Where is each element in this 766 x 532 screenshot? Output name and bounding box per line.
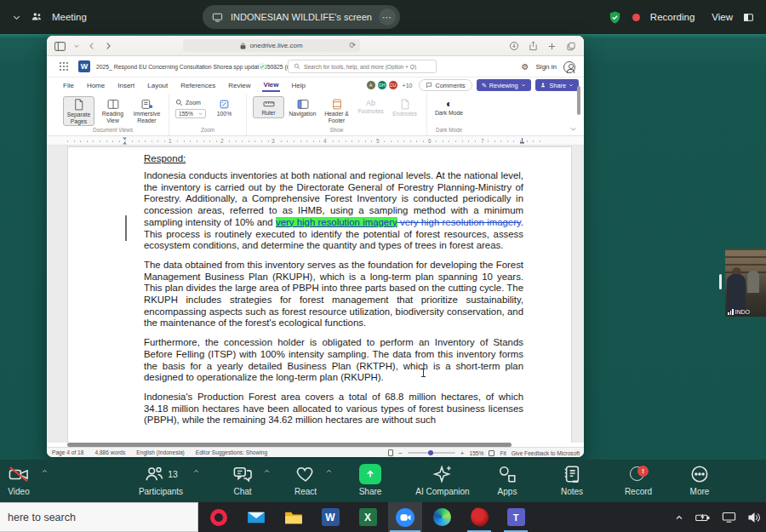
- taskbar-explorer[interactable]: [277, 502, 311, 532]
- tray-chevron-up-icon[interactable]: [674, 512, 684, 523]
- security-shield-icon[interactable]: [608, 10, 622, 25]
- reviewing-button[interactable]: ✎ Reviewing: [477, 79, 531, 91]
- downloads-icon[interactable]: [509, 41, 519, 51]
- collaborator-avatar[interactable]: CU: [388, 80, 398, 90]
- immersive-reader-button[interactable]: Immersive Reader: [131, 96, 163, 125]
- taskbar-zoom[interactable]: [388, 502, 422, 532]
- tab-view[interactable]: View: [262, 79, 279, 92]
- horizontal-ruler[interactable]: 1 2 3 4 5 6 7: [47, 136, 584, 146]
- word-logo-icon[interactable]: W: [78, 60, 90, 72]
- reading-view-button[interactable]: Reading View: [97, 96, 129, 125]
- shared-screen-pill[interactable]: INDONESIAN WILDLIFE's screen ⋯: [203, 5, 400, 29]
- title-chevron-icon[interactable]: [271, 64, 277, 70]
- ruler-button[interactable]: Ruler: [253, 96, 284, 118]
- battery-icon[interactable]: [695, 512, 711, 523]
- tab-insert[interactable]: Insert: [117, 80, 135, 91]
- taskbar-teams[interactable]: T: [499, 502, 533, 532]
- taskbar-edge[interactable]: [425, 502, 459, 532]
- language-indicator[interactable]: English (Indonesia): [136, 449, 184, 455]
- taskbar-search-box[interactable]: [0, 502, 198, 532]
- zoom-percent[interactable]: 155%: [470, 450, 484, 456]
- forward-icon[interactable]: [104, 41, 112, 51]
- view-label[interactable]: View: [712, 12, 733, 22]
- zoom-out-icon[interactable]: −: [398, 449, 403, 457]
- tab-file[interactable]: File: [62, 80, 75, 91]
- share-page-icon[interactable]: [529, 41, 538, 51]
- zoom-value-dropdown[interactable]: 155%: [175, 109, 206, 118]
- video-panel-handle[interactable]: [719, 274, 722, 289]
- sidebar-chevron-icon[interactable]: [73, 43, 80, 49]
- taskbar-excel[interactable]: X: [351, 502, 385, 532]
- taskbar-search-input[interactable]: [0, 503, 197, 531]
- page-indicator[interactable]: Page 4 of 18: [52, 449, 83, 455]
- right-indent-marker[interactable]: [519, 137, 525, 145]
- tab-overview-icon[interactable]: [566, 42, 576, 51]
- chevron-down-icon[interactable]: [12, 13, 21, 22]
- dark-mode-button[interactable]: ◐ Dark Mode: [433, 96, 465, 118]
- taskbar-red-app[interactable]: [462, 502, 496, 532]
- share-screen-button[interactable]: Share: [332, 464, 409, 496]
- participants-options-caret[interactable]: [192, 467, 200, 475]
- zoom-in-icon[interactable]: +: [460, 449, 465, 457]
- comments-button[interactable]: Comments: [419, 79, 472, 91]
- share-button[interactable]: Share: [535, 79, 579, 91]
- tab-review[interactable]: Review: [227, 80, 251, 91]
- fit-label[interactable]: Fit: [500, 450, 506, 456]
- taskbar-word[interactable]: W: [313, 502, 347, 532]
- search-input[interactable]: [304, 64, 431, 70]
- page-view-icon[interactable]: [388, 449, 393, 456]
- word-search-box[interactable]: [288, 60, 437, 73]
- address-text: onedrive.live.com: [249, 42, 302, 49]
- taskbar-mail[interactable]: [239, 502, 273, 532]
- participant-video-thumbnail[interactable]: INDO: [725, 249, 766, 317]
- notes-button[interactable]: Notes: [534, 464, 610, 496]
- collaborator-avatar[interactable]: A: [366, 80, 376, 90]
- address-bar[interactable]: onedrive.live.com ⟳: [183, 39, 360, 52]
- app-launcher-icon[interactable]: [60, 62, 69, 72]
- more-button[interactable]: More: [661, 464, 738, 496]
- tab-layout[interactable]: Layout: [146, 80, 169, 91]
- document-page[interactable]: Respond: Indonesia conducts inventories …: [67, 146, 572, 443]
- share-people-icon: [540, 82, 547, 89]
- editor-suggestions[interactable]: Editor Suggestions: Showing: [196, 449, 267, 455]
- settings-gear-icon[interactable]: ⚙: [522, 62, 529, 72]
- word-count[interactable]: 4,886 words: [94, 449, 125, 455]
- taskbar-opera[interactable]: [202, 502, 236, 532]
- horizontal-scrollbar[interactable]: [67, 443, 512, 447]
- header-footer-button[interactable]: Header & Footer: [321, 96, 352, 125]
- ribbon-group-show: Ruler Navigation Header & Footer Ab: [247, 94, 427, 135]
- doc-paragraph-4: Indonesia's Production Forest area cover…: [144, 392, 523, 426]
- fit-icon[interactable]: [489, 450, 494, 456]
- collaborator-overflow[interactable]: +10: [403, 83, 413, 89]
- view-layout-icon[interactable]: [743, 12, 754, 23]
- network-icon[interactable]: [722, 512, 736, 523]
- refresh-icon[interactable]: ⟳: [349, 41, 356, 49]
- video-options-caret[interactable]: [41, 467, 49, 475]
- header-footer-icon: [332, 99, 342, 110]
- vertical-scrollbar[interactable]: [577, 86, 580, 115]
- zoom-tool-button[interactable]: Zoom: [175, 99, 206, 106]
- tab-help[interactable]: Help: [291, 80, 306, 91]
- participants-button[interactable]: 13 Participants: [123, 464, 199, 496]
- collaborator-avatar[interactable]: GH: [377, 80, 387, 90]
- zoom-slider-thumb[interactable]: [428, 450, 433, 455]
- speaker-icon[interactable]: [747, 512, 761, 523]
- first-line-indent-marker[interactable]: [122, 137, 128, 145]
- zoom-slider[interactable]: [408, 452, 455, 454]
- group-label-zoom: Zoom: [175, 126, 240, 134]
- zoom-100-button[interactable]: 100%: [209, 96, 240, 119]
- back-icon[interactable]: [88, 41, 96, 51]
- sidebar-icon[interactable]: [54, 42, 66, 51]
- document-canvas[interactable]: Respond: Indonesia conducts inventories …: [47, 146, 584, 443]
- tab-references[interactable]: References: [180, 80, 216, 91]
- separate-pages-button[interactable]: Separate Pages: [63, 96, 94, 126]
- feedback-link[interactable]: Give Feedback to Microsoft: [512, 450, 580, 456]
- account-avatar-icon[interactable]: [563, 61, 575, 73]
- ruler-number: 3: [270, 138, 277, 144]
- tab-home[interactable]: Home: [86, 80, 106, 91]
- collapse-ribbon-icon[interactable]: [569, 125, 577, 133]
- navigation-button[interactable]: Navigation: [287, 96, 318, 119]
- new-tab-icon[interactable]: [547, 42, 557, 51]
- share-options-icon[interactable]: ⋯: [379, 9, 396, 26]
- sign-in-label[interactable]: Sign in: [536, 63, 557, 71]
